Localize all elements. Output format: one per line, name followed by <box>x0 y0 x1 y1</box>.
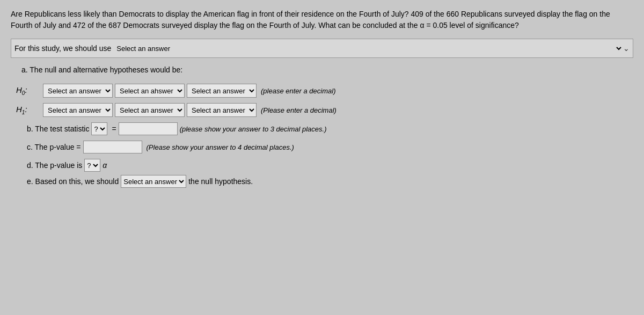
h1-label: H1: <box>16 105 43 115</box>
h0-select2[interactable]: Select an ahswer <box>115 84 185 98</box>
h0-row: H0: Select an answer Select an ahswer Se… <box>16 84 633 98</box>
pvalue-compare-select[interactable]: ? <box>84 159 100 172</box>
equals-sign: = <box>112 124 116 133</box>
section-a-label: a. The null and alternative hypotheses w… <box>21 65 633 74</box>
test-stat-input[interactable] <box>119 122 178 135</box>
h0-select1[interactable]: Select an answer <box>43 84 113 98</box>
h0-select3[interactable]: Select an answer <box>187 84 257 98</box>
pvalue-input[interactable] <box>83 141 142 153</box>
h1-select1[interactable]: Select an answer <box>43 103 113 117</box>
study-label: For this study, we should use <box>14 44 111 53</box>
study-row: For this study, we should use Select an … <box>11 39 633 58</box>
based-select[interactable]: Select an answer <box>121 175 186 188</box>
de-row: d. The p-value is ? α <box>27 159 633 172</box>
null-hyp-text: the null hypothesis. <box>188 177 253 186</box>
pvalue-row: c. The p-value = (Please show your answe… <box>27 141 633 153</box>
dropdown-arrow-icon: ⌄ <box>623 44 630 53</box>
test-stat-label: b. The test statistic <box>27 124 89 133</box>
based-label: e. Based on this, we should <box>27 177 119 186</box>
h1-hint: (Please enter a decimal) <box>261 106 336 114</box>
pvalue-label: c. The p-value = <box>27 143 81 151</box>
question-text: Are Republicans less likely than Democra… <box>11 9 633 31</box>
alpha-symbol: α <box>103 161 107 170</box>
study-select[interactable]: Select an answer <box>114 41 623 55</box>
test-stat-select[interactable]: ? <box>91 122 107 135</box>
pvalue-hint: (Please show your answer to 4 decimal pl… <box>147 143 294 151</box>
pvalue-is-label: d. The p-value is <box>27 161 82 170</box>
based-row: e. Based on this, we should Select an an… <box>27 175 633 188</box>
test-stat-hint: (please show your answer to 3 decimal pl… <box>180 125 327 133</box>
test-stat-row: b. The test statistic ? = (please show y… <box>27 122 633 135</box>
h1-select2[interactable]: Select an answer <box>115 103 185 117</box>
h1-row: H1: Select an answer Select an answer Se… <box>16 103 633 117</box>
h0-label: H0: <box>16 85 43 96</box>
h1-select3[interactable]: Select an answer <box>187 103 257 117</box>
h0-hint: (please enter a decimal) <box>261 87 335 95</box>
